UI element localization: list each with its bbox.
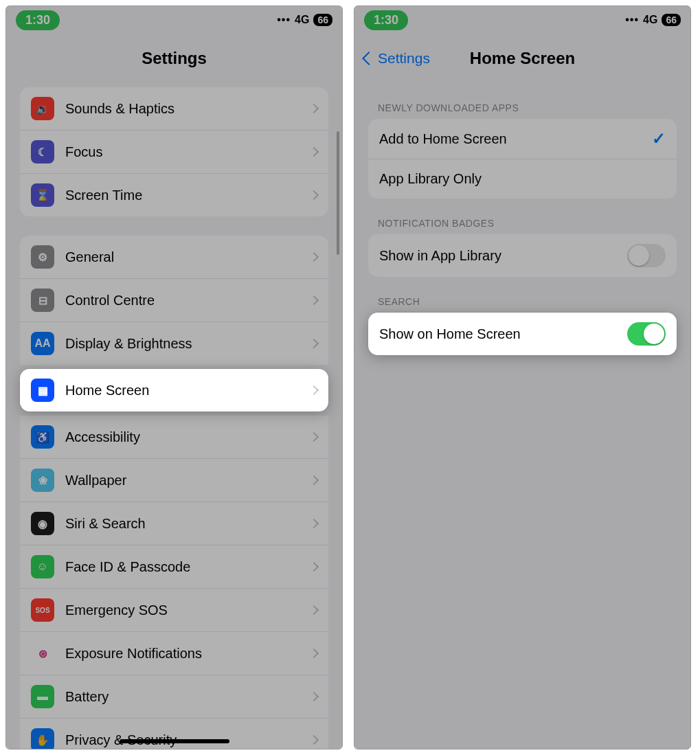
section-header-search: SEARCH: [378, 296, 667, 307]
chevron-left-icon: [362, 52, 376, 65]
settings-row[interactable]: ✋ Privacy & Security: [20, 718, 328, 749]
chevron-right-icon: [309, 339, 319, 348]
chevron-right-icon: [309, 562, 319, 572]
status-bar: 1:30 4G 66: [6, 6, 342, 34]
chevron-right-icon: [309, 475, 319, 485]
row-label: Sounds & Haptics: [65, 101, 311, 117]
network-label: 4G: [643, 14, 657, 26]
section-header-newly-downloaded: NEWLY DOWNLOADED APPS: [378, 102, 667, 113]
row-label: Emergency SOS: [65, 602, 311, 618]
chevron-right-icon: [309, 692, 319, 701]
chevron-right-icon: [309, 385, 319, 395]
home-screen-row-highlight[interactable]: ▦ Home Screen: [20, 369, 328, 412]
switch-show-in-app-library[interactable]: [627, 244, 666, 267]
settings-row[interactable]: ◉ Siri & Search: [20, 502, 328, 545]
scrollbar[interactable]: [337, 131, 339, 255]
network-label: 4G: [295, 14, 309, 26]
home-screen-settings[interactable]: NEWLY DOWNLOADED APPS Add to Home Screen…: [354, 83, 690, 749]
check-icon: ✓: [652, 129, 666, 148]
signal-icon: [625, 14, 639, 26]
row-label: Show on Home Screen: [379, 326, 627, 342]
phone-left: 1:30 4G 66 Settings 🔉 Sounds & Haptics ☾…: [5, 5, 343, 750]
settings-row[interactable]: ♿ Accessibility: [20, 416, 328, 458]
chevron-right-icon: [309, 432, 319, 442]
row-show-on-home-screen[interactable]: Show on Home Screen: [368, 313, 677, 355]
row-label: Accessibility: [65, 429, 311, 445]
settings-row[interactable]: ☺ Face ID & Passcode: [20, 545, 328, 588]
settings-group-1: 🔉 Sounds & Haptics ☾ Focus ⌛ Screen Time: [20, 87, 328, 216]
chevron-right-icon: [309, 605, 319, 615]
section-header-notification-badges: NOTIFICATION BADGES: [378, 218, 667, 229]
status-bar: 1:30 4G 66: [354, 6, 690, 34]
option-row[interactable]: Add to Home Screen ✓: [368, 119, 677, 159]
settings-row[interactable]: AA Display & Brightness: [20, 322, 328, 365]
settings-row[interactable]: ⌛ Screen Time: [20, 173, 328, 216]
navbar-settings: Settings: [6, 34, 342, 83]
settings-row[interactable]: 🔉 Sounds & Haptics: [20, 87, 328, 130]
switch-show-on-home-screen[interactable]: [627, 322, 666, 346]
row-label: App Library Only: [379, 171, 666, 187]
row-label: Display & Brightness: [65, 336, 311, 352]
settings-row[interactable]: ❀ Wallpaper: [20, 458, 328, 502]
settings-group-2-top: ⚙ General ⊟ Control Centre AA Display & …: [20, 236, 328, 365]
chevron-right-icon: [309, 147, 319, 157]
option-row[interactable]: App Library Only: [368, 159, 677, 199]
app-icon: ⊛: [31, 642, 54, 665]
settings-row-home-screen[interactable]: ▦ Home Screen: [20, 369, 328, 412]
row-label: Show in App Library: [379, 248, 627, 264]
home-indicator[interactable]: [120, 739, 229, 743]
time-pill: 1:30: [364, 10, 408, 30]
row-label: Face ID & Passcode: [65, 559, 311, 575]
row-label: Exposure Notifications: [65, 646, 311, 662]
app-icon: ♿: [31, 425, 54, 449]
app-icon: AA: [31, 332, 54, 355]
chevron-right-icon: [309, 735, 319, 745]
back-label: Settings: [378, 50, 430, 67]
back-button[interactable]: Settings: [364, 50, 430, 67]
phone-right: 1:30 4G 66 Settings Home Screen NEWLY DO…: [354, 5, 691, 750]
group-search-highlight: Show on Home Screen: [368, 313, 677, 355]
row-label: Focus: [65, 144, 311, 160]
row-show-in-app-library[interactable]: Show in App Library: [368, 234, 677, 277]
home-screen-icon: ▦: [31, 379, 54, 402]
app-icon: ✋: [31, 728, 54, 749]
row-label: Add to Home Screen: [379, 131, 652, 147]
app-icon: ▬: [31, 685, 54, 708]
settings-row[interactable]: SOS Emergency SOS: [20, 588, 328, 631]
row-label: Siri & Search: [65, 516, 311, 532]
row-label: Control Centre: [65, 293, 311, 308]
settings-group-2-bottom: ♿ Accessibility ❀ Wallpaper ◉ Siri & Sea…: [20, 416, 328, 749]
app-icon: SOS: [31, 598, 54, 622]
row-label: Screen Time: [65, 188, 311, 203]
chevron-right-icon: [309, 295, 319, 305]
app-icon: ⌛: [31, 183, 54, 207]
chevron-right-icon: [309, 252, 319, 262]
row-label: Battery: [65, 689, 311, 705]
chevron-right-icon: [309, 649, 319, 658]
settings-row[interactable]: ⊛ Exposure Notifications: [20, 631, 328, 675]
app-icon: ☺: [31, 555, 54, 578]
chevron-right-icon: [309, 519, 319, 528]
settings-row[interactable]: ⊟ Control Centre: [20, 278, 328, 322]
group-notification-badges: Show in App Library: [368, 234, 677, 277]
app-icon: ◉: [31, 512, 54, 535]
navbar-home-screen: Settings Home Screen: [354, 34, 690, 83]
row-label: Home Screen: [65, 383, 311, 398]
settings-row[interactable]: ▬ Battery: [20, 675, 328, 718]
settings-list[interactable]: 🔉 Sounds & Haptics ☾ Focus ⌛ Screen Time…: [6, 83, 342, 749]
settings-row[interactable]: ☾ Focus: [20, 130, 328, 173]
chevron-right-icon: [309, 190, 319, 200]
status-right: 4G 66: [277, 14, 332, 26]
app-icon: ☾: [31, 140, 54, 164]
group-newly-downloaded: Add to Home Screen ✓ App Library Only: [368, 119, 677, 199]
app-icon: ⚙: [31, 245, 54, 269]
app-icon: ⊟: [31, 289, 54, 312]
app-icon: ❀: [31, 469, 54, 492]
page-title: Home Screen: [470, 49, 575, 68]
settings-row[interactable]: ⚙ General: [20, 236, 328, 278]
battery-pill: 66: [662, 14, 681, 26]
page-title: Settings: [142, 49, 207, 68]
battery-pill: 66: [313, 14, 332, 26]
status-right: 4G 66: [625, 14, 681, 26]
signal-icon: [277, 14, 291, 26]
